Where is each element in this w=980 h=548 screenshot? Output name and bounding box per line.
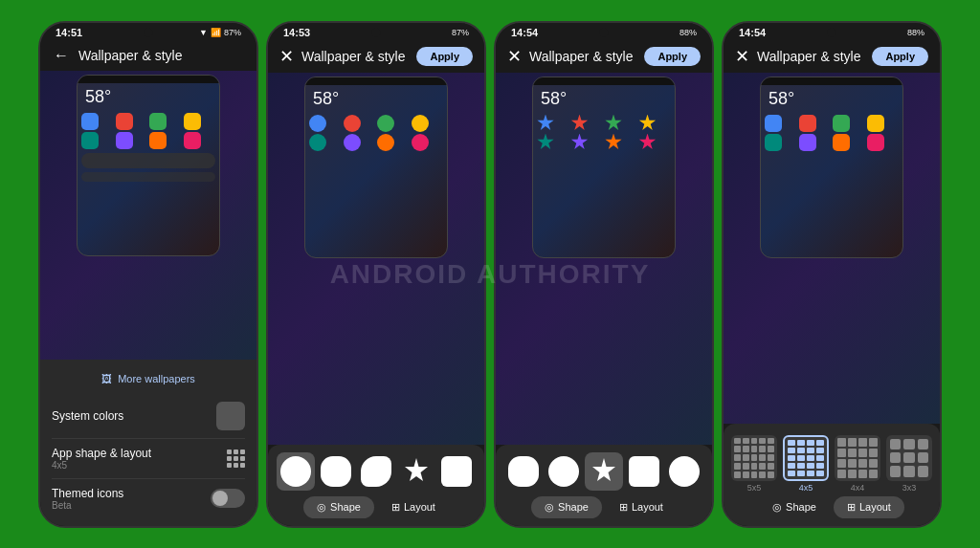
lg-dot bbox=[768, 438, 774, 445]
shape-star-selected-option-3[interactable] bbox=[585, 452, 623, 491]
battery-1: 87% bbox=[224, 28, 241, 37]
grid-dot-1 bbox=[227, 449, 232, 454]
lg-dot bbox=[743, 454, 749, 461]
shape-circle-option[interactable] bbox=[277, 452, 315, 491]
grid-dot-7 bbox=[227, 463, 232, 468]
layout-tab-4[interactable]: ⊞ Layout bbox=[834, 496, 904, 518]
layout-tab-label-3: Layout bbox=[632, 501, 663, 513]
layout-option-3x3[interactable]: 3x3 bbox=[886, 435, 932, 493]
lg-dot bbox=[751, 463, 758, 470]
lg-dot bbox=[759, 446, 766, 452]
shape-rounded-option[interactable] bbox=[437, 452, 476, 491]
shape-tab-icon-3: ◎ bbox=[545, 501, 554, 514]
layout-option-5x5[interactable]: 5x5 bbox=[731, 435, 777, 493]
grid-dot-6 bbox=[240, 456, 245, 461]
lg-dot-3 bbox=[918, 466, 928, 476]
wallpaper-icon-1: 🖼 bbox=[101, 373, 112, 384]
layout-preview-3x3 bbox=[886, 435, 932, 481]
lg-dot-3 bbox=[918, 452, 928, 463]
lg-dot-4 bbox=[848, 459, 857, 468]
lg-dot-3 bbox=[903, 439, 914, 449]
lg-dot bbox=[743, 471, 749, 478]
lg-dot-sel bbox=[816, 463, 824, 469]
shape-tab-shape-3[interactable]: ◎ Shape bbox=[531, 496, 602, 518]
app-shape-row[interactable]: App shape & layout 4x5 bbox=[52, 439, 245, 479]
back-button-1[interactable]: ← bbox=[52, 46, 71, 65]
shape-star-option[interactable] bbox=[397, 452, 435, 491]
time-3: 14:54 bbox=[511, 27, 538, 38]
settings-panel-1: 🖼 More wallpapers System colors App shap… bbox=[40, 360, 256, 526]
close-button-4[interactable]: ✕ bbox=[735, 46, 749, 67]
inner-app-3-6 bbox=[571, 134, 589, 151]
inner-app-3-5 bbox=[537, 134, 554, 151]
shape-tab-icon-2: ◎ bbox=[317, 501, 326, 514]
shape-rounded-icon bbox=[441, 456, 472, 487]
close-button-2[interactable]: ✕ bbox=[279, 46, 294, 67]
inner-app-4-1 bbox=[765, 115, 782, 132]
lg-dot bbox=[759, 454, 766, 461]
inner-app-4-4 bbox=[867, 115, 884, 132]
apply-button-3[interactable]: Apply bbox=[644, 47, 701, 66]
shape-star-icon bbox=[401, 456, 432, 487]
shape-tabs-3: ◎ Shape ⊞ Layout bbox=[503, 496, 704, 518]
shape-squircle-option-3[interactable] bbox=[504, 452, 543, 491]
shape-squircle-option[interactable] bbox=[317, 452, 355, 491]
shape-squircle-icon-3 bbox=[508, 456, 539, 487]
layout-preview-4x5 bbox=[783, 435, 829, 481]
apply-button-4[interactable]: Apply bbox=[872, 47, 928, 66]
shape-tab-layout-3[interactable]: ⊞ Layout bbox=[606, 496, 677, 518]
apply-button-2[interactable]: Apply bbox=[416, 47, 473, 66]
notch-1 bbox=[144, 28, 153, 37]
lg-dot bbox=[734, 471, 741, 478]
inner-time-4: 58° bbox=[761, 85, 902, 113]
inner-app-2-6 bbox=[344, 134, 361, 151]
shape-circle2-option-3[interactable] bbox=[665, 452, 703, 491]
time-1: 14:51 bbox=[56, 27, 82, 38]
app-shape-text: App shape & layout 4x5 bbox=[52, 447, 151, 471]
app-shape-label: App shape & layout bbox=[52, 447, 151, 460]
lg-dot-4 bbox=[858, 438, 867, 447]
grid-dot-3 bbox=[240, 449, 245, 454]
shape-circle-option-3[interactable] bbox=[545, 452, 583, 491]
wallpaper-preview-2: 58° bbox=[268, 73, 484, 445]
inner-screen-2: 58° bbox=[305, 77, 447, 257]
inner-app-3-8 bbox=[639, 134, 657, 151]
lg-dot-4 bbox=[858, 459, 867, 468]
inner-app-6 bbox=[116, 132, 133, 149]
more-wallpapers-btn-1[interactable]: 🖼 More wallpapers bbox=[52, 367, 245, 390]
shape-circle-icon bbox=[280, 456, 311, 487]
lg-dot bbox=[751, 438, 758, 445]
shape-circle2-icon-3 bbox=[669, 456, 700, 487]
top-bar-3: ✕ Wallpaper & style Apply bbox=[496, 40, 712, 73]
lg-dot bbox=[768, 446, 774, 452]
shape-tab-shape-2[interactable]: ◎ Shape bbox=[303, 496, 374, 518]
battery-4: 88% bbox=[907, 28, 924, 37]
lg-dot bbox=[768, 463, 774, 470]
layout-preview-4x4 bbox=[835, 435, 880, 481]
status-bar-2: 14:53 87% bbox=[268, 23, 484, 40]
inner-app-grid-4 bbox=[761, 113, 902, 153]
themed-icons-toggle[interactable] bbox=[211, 489, 245, 508]
shape-rounded-icon-3 bbox=[629, 456, 659, 487]
shape-tab-4[interactable]: ◎ Shape bbox=[759, 496, 830, 518]
time-2: 14:53 bbox=[283, 27, 310, 38]
lg-dot-4 bbox=[837, 459, 846, 468]
lg-dot-sel bbox=[816, 471, 824, 476]
layout-label-5x5: 5x5 bbox=[747, 483, 762, 493]
system-colors-row[interactable]: System colors bbox=[52, 394, 245, 439]
lg-dot-sel bbox=[788, 440, 795, 446]
lg-dot bbox=[734, 446, 741, 452]
page-title-4: Wallpaper & style bbox=[757, 49, 864, 64]
layout-tabs-4: ◎ Shape ⊞ Layout bbox=[727, 496, 936, 518]
lg-dot-sel bbox=[807, 471, 814, 476]
inner-screen-3: 58° bbox=[533, 77, 675, 257]
shape-tab-layout-2[interactable]: ⊞ Layout bbox=[378, 496, 449, 518]
layout-option-4x5[interactable]: 4x5 bbox=[783, 435, 829, 493]
shape-flower-option[interactable] bbox=[357, 452, 395, 491]
shape-rounded-option-3[interactable] bbox=[625, 452, 663, 491]
close-button-3[interactable]: ✕ bbox=[507, 46, 522, 67]
lg-dot-4 bbox=[848, 470, 857, 478]
layout-tab-label-4: Layout bbox=[859, 501, 891, 513]
layout-option-4x4[interactable]: 4x4 bbox=[835, 435, 880, 493]
themed-icons-row[interactable]: Themed icons Beta bbox=[52, 479, 245, 518]
